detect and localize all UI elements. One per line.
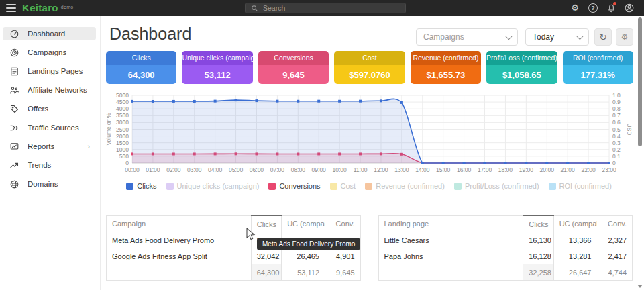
traffic-icon (9, 123, 19, 133)
svg-text:11:00: 11:00 (354, 166, 368, 173)
table-row[interactable]: Little Caesars16,13013,3662,327 (378, 232, 633, 248)
svg-text:0.9: 0.9 (612, 99, 621, 105)
legend-item-revenue-confirmed-[interactable]: Revenue (confirmed) (365, 182, 445, 190)
legend-swatch (454, 183, 462, 190)
trends-icon (9, 160, 19, 171)
sidebar-item-dashboard[interactable]: Dashboard (3, 27, 96, 40)
dashboard-settings-button[interactable]: ⚙ (616, 28, 633, 46)
menu-toggle-icon[interactable] (6, 4, 16, 12)
refresh-button[interactable]: ↻ (594, 28, 612, 46)
legend-item-roi-confirmed-[interactable]: ROI (confirmed) (549, 182, 612, 190)
row-name-cell[interactable]: Papa Johns (378, 248, 523, 264)
legend-label: Profit/Loss (confirmed) (465, 182, 539, 190)
svg-text:1500: 1500 (116, 140, 129, 146)
table-row[interactable]: Papa Johns16,12813,2812,417 (378, 248, 633, 264)
stat-card-label: Unique clicks (campaign) (182, 51, 252, 65)
svg-text:1000: 1000 (116, 146, 129, 153)
svg-text:0: 0 (125, 160, 129, 166)
notifications-bell-icon[interactable] (606, 3, 616, 13)
column-header-campaign[interactable]: Campaign (107, 215, 252, 232)
sidebar-item-label: Landings Pages (28, 67, 83, 75)
stat-card-clicks: Clicks64,300 (106, 51, 176, 84)
scroll-down-arrow[interactable] (637, 285, 643, 288)
campaigns-filter-select[interactable]: Campaigns (416, 28, 518, 46)
svg-text:06:00: 06:00 (250, 166, 264, 173)
sidebar-item-label: Affiliate Networks (28, 86, 87, 94)
sidebar-item-label: Offers (28, 105, 48, 113)
sidebar-item-offers[interactable]: Offers (3, 102, 96, 115)
column-header-uc-campaign-[interactable]: UC (campaign) (553, 215, 596, 232)
column-header-conv-[interactable]: Conv. (597, 215, 633, 232)
row-name-cell[interactable]: Google Ads Fitness App Split (107, 248, 252, 264)
svg-text:09:00: 09:00 (312, 166, 327, 173)
dashboard-icon (9, 29, 19, 39)
column-header-landing-page[interactable]: Landing page (378, 215, 523, 232)
landing-pages-table: Landing pageClicksUC (campaign)Conv.Litt… (378, 215, 633, 281)
svg-text:5000: 5000 (116, 92, 129, 99)
landings-icon (9, 66, 19, 77)
stat-card-value: 53,112 (182, 65, 252, 84)
svg-text:3500: 3500 (116, 112, 129, 119)
legend-item-profit-loss-confirmed-[interactable]: Profit/Loss (confirmed) (454, 182, 539, 190)
row-value-cell: 4,901 (325, 248, 360, 264)
legend-label: Conversions (279, 182, 320, 190)
svg-text:00:00: 00:00 (125, 166, 140, 173)
legend-item-conversions[interactable]: Conversions (268, 182, 320, 190)
row-tooltip: Meta Ads Food Delivery Promo (257, 238, 360, 250)
svg-text:USD: USD (626, 124, 633, 136)
svg-text:16:00: 16:00 (457, 166, 472, 173)
svg-text:10:00: 10:00 (332, 166, 347, 173)
row-value-cell: 16,128 (523, 248, 553, 264)
legend-item-unique-clicks-campaign-[interactable]: Unique clicks (campaign) (166, 182, 260, 190)
row-value-cell: 13,281 (553, 248, 596, 264)
sidebar-item-domains[interactable]: Domains (3, 177, 96, 191)
row-name-cell[interactable]: Little Caesars (378, 232, 523, 248)
column-header-clicks[interactable]: Clicks (251, 215, 281, 232)
svg-text:0.4: 0.4 (612, 133, 621, 140)
row-value-cell: 32,042 (251, 248, 281, 264)
column-header-conv-[interactable]: Conv. (325, 215, 360, 232)
svg-text:0.7: 0.7 (612, 112, 621, 119)
sidebar-item-label: Traffic Sources (28, 124, 79, 132)
svg-text:1.0: 1.0 (612, 92, 621, 99)
total-cell: 26,647 (553, 264, 596, 281)
svg-text:0.2: 0.2 (612, 146, 621, 153)
sidebar-item-reports[interactable]: Reports› (3, 140, 96, 153)
sidebar-item-traffic-sources[interactable]: Traffic Sources (3, 121, 96, 134)
notification-badge (613, 2, 616, 5)
svg-text:4500: 4500 (116, 99, 129, 105)
stat-card-value: $1,058.65 (486, 65, 557, 84)
legend-item-cost[interactable]: Cost (330, 182, 356, 190)
column-header-uc-campaign-[interactable]: UC (campaign) (282, 215, 325, 232)
sidebar-item-affiliate-networks[interactable]: Affiliate Networks (3, 83, 96, 97)
row-name-cell[interactable]: Meta Ads Food Delivery Promo (107, 232, 252, 248)
sidebar-item-trends[interactable]: Trends (3, 158, 96, 172)
stat-cards-row: Clicks64,300Unique clicks (campaign)53,1… (106, 51, 633, 84)
table-row[interactable]: Google Ads Fitness App Split32,04226,465… (107, 248, 361, 264)
svg-text:0.1: 0.1 (612, 153, 621, 160)
chevron-right-icon: › (87, 142, 90, 150)
column-header-clicks[interactable]: Clicks (523, 215, 553, 232)
legend-label: ROI (confirmed) (559, 182, 612, 190)
topbar: Keitarodemo Search ⚙ ? (0, 0, 644, 16)
chevron-down-icon (505, 32, 513, 40)
legend-label: Clicks (137, 182, 156, 190)
stat-card-roi-confirmed-: ROI (confirmed)177.31% (563, 51, 633, 84)
sidebar-item-campaigns[interactable]: Campaigns (3, 46, 96, 59)
svg-text:03:00: 03:00 (187, 166, 202, 173)
help-icon[interactable]: ? (588, 3, 598, 13)
sidebar-item-label: Domains (28, 180, 58, 188)
scrollbar-thumb[interactable] (638, 17, 642, 146)
settings-icon[interactable]: ⚙ (570, 3, 580, 13)
search-input[interactable]: Search (245, 3, 406, 13)
sidebar-item-landings-pages[interactable]: Landings Pages (3, 64, 96, 78)
account-icon[interactable] (624, 3, 635, 13)
vertical-scrollbar (636, 16, 644, 290)
stat-card-profit-loss-confirmed-: Profit/Loss (confirmed)$1,058.65 (486, 51, 557, 84)
svg-text:2000: 2000 (116, 133, 129, 140)
legend-item-clicks[interactable]: Clicks (126, 182, 156, 190)
date-range-select[interactable]: Today (525, 28, 589, 46)
stat-card-value: 177.31% (563, 65, 633, 84)
legend-swatch (126, 183, 133, 190)
svg-text:14:00: 14:00 (415, 166, 430, 173)
